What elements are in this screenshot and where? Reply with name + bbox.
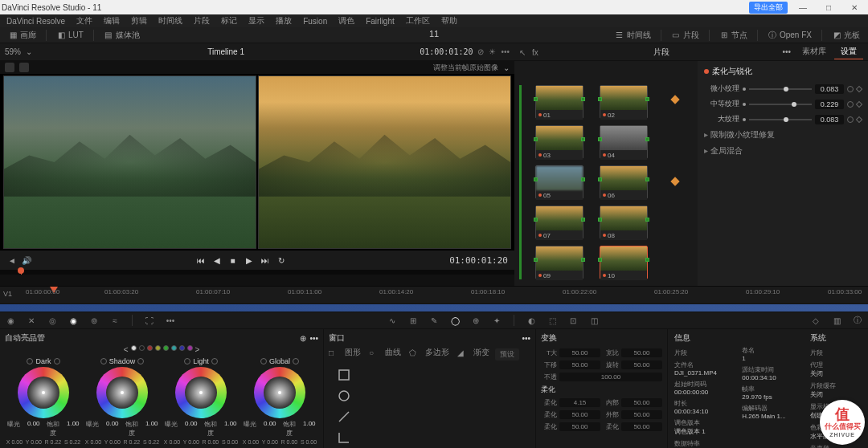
- scrub-bar[interactable]: [0, 270, 514, 275]
- section-limit[interactable]: 限制微小纹理修复: [704, 129, 862, 141]
- transport-timecode[interactable]: 01:00:01:20: [449, 255, 508, 266]
- slider-large-texture[interactable]: [749, 119, 812, 120]
- zoom-dropdown[interactable]: 59%: [5, 47, 21, 56]
- menu-workspace[interactable]: 工作区: [403, 15, 433, 26]
- motion-effects-icon[interactable]: ≈: [109, 315, 121, 326]
- viewer-options-icon[interactable]: •••: [501, 47, 510, 56]
- stop-button[interactable]: ■: [227, 255, 239, 266]
- compound-output-icon[interactable]: [670, 177, 679, 185]
- tab-library[interactable]: 素材库: [796, 44, 833, 59]
- nodes-button[interactable]: ⊞节点: [716, 29, 751, 42]
- node-panel-title[interactable]: 片段: [545, 47, 777, 58]
- sizing-icon[interactable]: ⊡: [567, 315, 579, 326]
- menu-edit[interactable]: 编辑: [100, 15, 123, 26]
- play-button[interactable]: ▶: [244, 255, 255, 266]
- node-09[interactable]: 09: [535, 246, 583, 279]
- wheel-light[interactable]: Light 曝光0.00饱和度1.00 X 0.00Y 0.00R 0.00S …: [162, 357, 240, 445]
- highlight-icon[interactable]: ☀: [489, 47, 496, 56]
- window-options-icon[interactable]: •••: [522, 334, 530, 343]
- lightbox-button[interactable]: ◩光板: [829, 29, 863, 42]
- pointer-icon[interactable]: ↖: [519, 48, 527, 56]
- color-warper-icon[interactable]: ⊞: [407, 315, 419, 326]
- viewer-mode-chevron-icon[interactable]: ⌄: [503, 63, 510, 72]
- shape-curve-button[interactable]: [337, 409, 351, 424]
- hdr-wheels-icon[interactable]: ◉: [68, 315, 79, 326]
- wheels-plus-icon[interactable]: ⊕: [300, 334, 306, 343]
- timeline-name[interactable]: Timeline 1: [37, 47, 415, 56]
- curves-icon[interactable]: ∿: [387, 315, 398, 326]
- window-icon[interactable]: ◯: [449, 315, 461, 326]
- openfx-button[interactable]: ⓘOpen FX: [764, 30, 815, 41]
- menu-help[interactable]: 帮助: [438, 15, 461, 26]
- palette-options-icon[interactable]: •••: [165, 315, 176, 326]
- wheels-options-icon[interactable]: •••: [309, 334, 318, 343]
- reset-icon[interactable]: [847, 116, 854, 123]
- prev-frame-button[interactable]: ◀: [211, 255, 223, 266]
- node-graph-panel[interactable]: 01 02 03 04 05 06 07 08 09 10: [514, 61, 698, 286]
- color-match-icon[interactable]: ✕: [26, 315, 37, 326]
- node-options-icon[interactable]: •••: [782, 47, 791, 56]
- gradient-shape-icon[interactable]: ◢: [457, 348, 465, 356]
- menu-trim[interactable]: 剪辑: [128, 15, 150, 26]
- playhead-icon[interactable]: [18, 267, 24, 274]
- polygon-shape-icon[interactable]: ⬠: [409, 348, 417, 356]
- menu-app[interactable]: DaVinci Resolve: [3, 17, 68, 26]
- first-frame-button[interactable]: ⏮: [195, 255, 207, 266]
- split-icon[interactable]: [19, 63, 29, 72]
- linear-shape-icon[interactable]: □: [329, 348, 337, 356]
- clips-button[interactable]: ▭片段: [668, 29, 702, 42]
- timeline-track[interactable]: [0, 303, 868, 312]
- zoom-chevron-icon[interactable]: ⌄: [26, 47, 32, 56]
- magic-mask-icon[interactable]: ✦: [491, 315, 502, 326]
- menu-clip[interactable]: 片段: [190, 15, 213, 26]
- next-frame-button[interactable]: ⏭: [260, 255, 271, 266]
- node-05[interactable]: 05: [535, 165, 583, 199]
- rgb-mixer-icon[interactable]: ⊚: [88, 315, 100, 326]
- mediapool-button[interactable]: ▤媒体池: [100, 29, 143, 42]
- shape-linear-button[interactable]: [337, 368, 351, 382]
- node-04[interactable]: 04: [600, 125, 648, 159]
- circle-shape-icon[interactable]: ○: [369, 348, 377, 356]
- keyframe-icon[interactable]: [856, 116, 862, 122]
- expand-icon[interactable]: ⛶: [144, 315, 155, 326]
- camera-raw-icon[interactable]: ◉: [5, 315, 16, 326]
- slider-small-texture[interactable]: [749, 88, 812, 90]
- key-icon[interactable]: ⬚: [547, 315, 558, 326]
- shape-circle-button[interactable]: [337, 389, 351, 403]
- menu-mark[interactable]: 标记: [218, 15, 240, 26]
- lut-button[interactable]: ◧LUT: [53, 30, 87, 41]
- zone-selector[interactable]: < >: [5, 345, 318, 354]
- prop-medium-texture[interactable]: 中等纹理 0.229: [704, 99, 862, 109]
- menu-color[interactable]: 调色: [335, 15, 358, 26]
- viewer-timecode[interactable]: 01:00:01:20: [420, 47, 473, 56]
- section-global-blend[interactable]: 全局混合: [704, 145, 862, 157]
- image-wipe-icon[interactable]: [5, 63, 14, 72]
- wheel-global[interactable]: Global 曝光0.00饱和度1.00 X 0.00Y 0.00R 0.00S…: [241, 357, 318, 445]
- prop-large-texture[interactable]: 大纹理 0.083: [704, 114, 862, 124]
- tracker-icon[interactable]: ⊕: [470, 315, 481, 326]
- info-icon[interactable]: ⓘ: [852, 315, 863, 326]
- timeline-button[interactable]: ☰时间线: [612, 29, 654, 42]
- 3d-icon[interactable]: ◫: [588, 315, 600, 326]
- qualifier-icon[interactable]: ✎: [428, 315, 440, 326]
- maximize-button[interactable]: □: [817, 1, 841, 14]
- wheel-dark[interactable]: Dark 曝光0.00饱和度1.00 X 0.00Y 0.00R 0.22S 0…: [5, 357, 82, 445]
- loop-button[interactable]: ↻: [276, 255, 287, 266]
- reset-icon[interactable]: [847, 86, 854, 92]
- reset-icon[interactable]: [847, 101, 854, 108]
- viewer-area[interactable]: [0, 74, 514, 250]
- tab-settings[interactable]: 设置: [834, 44, 863, 59]
- menu-fairlight[interactable]: Fairlight: [362, 17, 398, 26]
- node-03[interactable]: 03: [535, 125, 583, 159]
- close-button[interactable]: ✕: [842, 1, 866, 14]
- bypass-icon[interactable]: ⊘: [477, 47, 484, 56]
- shape-gradient-button[interactable]: [337, 430, 351, 445]
- prop-small-texture[interactable]: 微小纹理 0.083: [704, 83, 862, 94]
- minimize-button[interactable]: —: [791, 1, 815, 14]
- node-02[interactable]: 02: [600, 85, 648, 119]
- menu-file[interactable]: 文件: [73, 15, 96, 26]
- blur-icon[interactable]: ◐: [526, 315, 537, 326]
- keyframes-icon[interactable]: ◇: [810, 315, 821, 326]
- slider-medium-texture[interactable]: [749, 104, 812, 105]
- shuttle-icon[interactable]: ◄: [6, 255, 18, 266]
